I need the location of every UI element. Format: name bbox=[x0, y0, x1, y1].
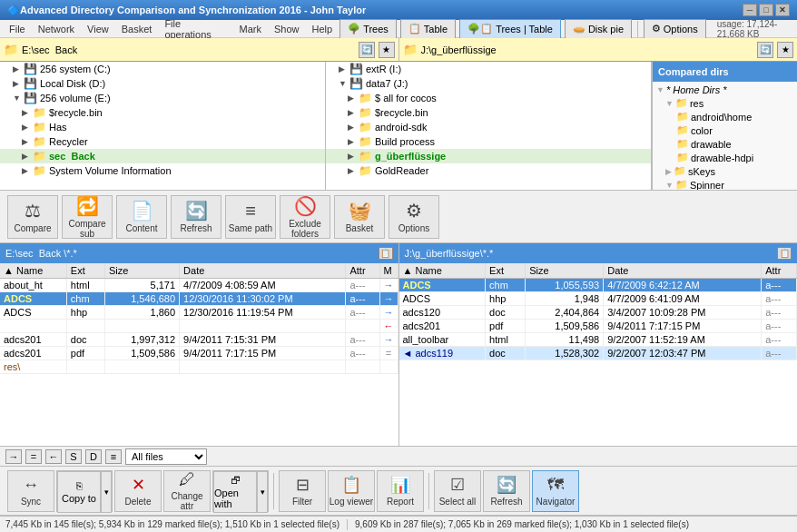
filter-btn-right[interactable]: → bbox=[5, 449, 22, 464]
tree-item-recycle-r[interactable]: ▶ 📁 $recycle.bin bbox=[326, 105, 651, 120]
col-date[interactable]: Date bbox=[180, 263, 346, 279]
filter-btn-equal[interactable]: = bbox=[25, 449, 42, 464]
open-with-arrow[interactable]: ▾ bbox=[257, 471, 268, 513]
arrow-icon[interactable]: ▶ bbox=[22, 152, 33, 161]
col-ext[interactable]: Ext bbox=[486, 263, 526, 279]
btn-navigator[interactable]: 🗺 Navigator bbox=[532, 470, 579, 512]
btn-open-with[interactable]: 🗗 Open with bbox=[213, 471, 257, 513]
tree-item-svi[interactable]: ▶ 📁 System Volume Information bbox=[0, 163, 325, 178]
table-row[interactable]: ADCS chm 1,546,680 12/30/2016 11:30:02 P… bbox=[0, 292, 398, 306]
tree-item-android-sdk[interactable]: ▶ 📁 android-sdk bbox=[326, 120, 651, 134]
cmd-compare[interactable]: ⚖ Compare bbox=[7, 195, 58, 239]
filter-btn-bar[interactable]: ≡ bbox=[105, 449, 122, 464]
col-ext[interactable]: Ext bbox=[66, 263, 104, 279]
arrow-icon[interactable]: ▶ bbox=[13, 64, 24, 74]
menu-network[interactable]: Network bbox=[33, 22, 80, 36]
table-row[interactable]: adcs201 pdf 1,509,586 9/4/2011 7:17:15 P… bbox=[399, 320, 797, 333]
cmd-basket[interactable]: 🧺 Basket bbox=[334, 195, 385, 239]
copy-to-arrow[interactable]: ▾ bbox=[101, 471, 112, 513]
btn-options[interactable]: ⚙ Options bbox=[644, 19, 706, 39]
filter-btn-d[interactable]: D bbox=[85, 449, 102, 464]
arrow-icon[interactable]: ▶ bbox=[348, 108, 359, 117]
btn-table[interactable]: 📋 Table bbox=[400, 19, 456, 39]
btn-refresh-bottom[interactable]: 🔄 Refresh bbox=[483, 470, 530, 512]
col-name[interactable]: ▲ Name bbox=[399, 263, 486, 279]
filter-dropdown[interactable]: All files Newer files Older files Differ… bbox=[125, 448, 207, 465]
tree-item-build[interactable]: ▶ 📁 Build process bbox=[326, 134, 651, 149]
menu-view[interactable]: View bbox=[82, 22, 114, 36]
arrow-icon[interactable]: ▶ bbox=[348, 137, 359, 146]
arrow-icon[interactable]: ▶ bbox=[348, 123, 359, 132]
panel-item-android-home[interactable]: 📁 android\home bbox=[654, 110, 795, 123]
maximize-button[interactable]: □ bbox=[759, 4, 773, 16]
arrow-icon[interactable]: ▶ bbox=[348, 152, 359, 161]
table-row[interactable]: ADCS hhp 1,860 12/30/2016 11:19:54 PM a-… bbox=[0, 306, 398, 320]
panel-item-color[interactable]: 📁 color bbox=[654, 123, 795, 137]
panel-item-skeys[interactable]: ▶ 📁 sKeys bbox=[654, 164, 795, 178]
menu-help[interactable]: Help bbox=[307, 22, 339, 36]
table-row[interactable]: ◄ adcs119 doc 1,528,302 9/2/2007 12:03:4… bbox=[399, 347, 797, 360]
left-path-input[interactable] bbox=[22, 44, 355, 55]
filter-btn-left[interactable]: ← bbox=[45, 449, 62, 464]
btn-change-attr[interactable]: 🖊 Change attr bbox=[163, 470, 211, 512]
tree-item-g-uber[interactable]: ▶ 📁 g_überflüssige bbox=[326, 149, 651, 163]
menu-file[interactable]: File bbox=[4, 22, 31, 36]
btn-trees[interactable]: 🌳 Trees bbox=[339, 19, 397, 39]
panel-item-drawable-hdpi[interactable]: 📁 drawable-hdpi bbox=[654, 151, 795, 164]
arrow-icon[interactable]: ▼ bbox=[13, 94, 24, 103]
right-bookmark-btn[interactable]: ★ bbox=[777, 42, 793, 58]
filter-btn-s[interactable]: S bbox=[65, 449, 82, 464]
tree-item-sec-back[interactable]: ▶ 📁 sec ﻿ Back bbox=[0, 149, 325, 163]
minimize-button[interactable]: ─ bbox=[743, 4, 757, 16]
tree-item-goldreader[interactable]: ▶ 📁 GoldReader bbox=[326, 163, 651, 178]
tree-item-recycler[interactable]: ▶ 📁 Recycler bbox=[0, 134, 325, 149]
panel-item-drawable[interactable]: 📁 drawable bbox=[654, 137, 795, 151]
panel-item-res[interactable]: ▼ 📁 res bbox=[654, 96, 795, 110]
btn-sync[interactable]: ↔ Sync bbox=[7, 470, 54, 512]
tree-item-data7[interactable]: ▼ 💾 data7 (J:) bbox=[326, 76, 651, 91]
arrow-icon[interactable]: ▶ bbox=[22, 166, 33, 175]
tree-item-e[interactable]: ▼ 💾 256 volume (E:) bbox=[0, 91, 325, 105]
col-attr[interactable]: Attr bbox=[762, 263, 797, 279]
arrow-icon[interactable]: ▼ bbox=[339, 79, 349, 88]
arrow-icon[interactable]: ▶ bbox=[22, 108, 33, 117]
menu-basket[interactable]: Basket bbox=[116, 22, 158, 36]
table-row[interactable]: res\ bbox=[0, 360, 398, 374]
btn-report[interactable]: 📊 Report bbox=[377, 470, 424, 512]
panel-item-spinner[interactable]: ▼ 📁 Spinner bbox=[654, 178, 795, 190]
table-row[interactable]: adcs201 pdf 1,509,586 9/4/2011 7:17:15 P… bbox=[0, 347, 398, 360]
left-refresh-btn[interactable]: 🔄 bbox=[359, 42, 375, 58]
col-size[interactable]: Size bbox=[526, 263, 604, 279]
btn-trees-table[interactable]: 🌳📋 Trees | Table bbox=[459, 19, 561, 39]
table-row[interactable]: about_ht html 5,171 4/7/2009 4:08:59 AM … bbox=[0, 279, 398, 292]
arrow-icon[interactable]: ▶ bbox=[348, 94, 359, 103]
left-bookmark-btn[interactable]: ★ bbox=[379, 42, 395, 58]
tree-item-cocos[interactable]: ▶ 📁 $ all for cocos bbox=[326, 91, 651, 105]
cmd-options[interactable]: ⚙ Options bbox=[389, 195, 439, 239]
arrow-icon[interactable]: ▶ bbox=[22, 137, 33, 146]
col-m[interactable]: M bbox=[379, 263, 398, 279]
cmd-refresh[interactable]: 🔄 Refresh bbox=[171, 195, 221, 239]
table-row[interactable]: all_toolbar html 11,498 9/2/2007 11:52:1… bbox=[399, 333, 797, 347]
cmd-compare-sub[interactable]: 🔁 Compare sub bbox=[62, 195, 113, 239]
panel-item-homedirs[interactable]: ▼ * Home Dirs * bbox=[654, 84, 795, 96]
menu-show[interactable]: Show bbox=[269, 22, 305, 36]
table-row[interactable]: adcs201 doc 1,997,312 9/4/2011 7:15:31 P… bbox=[0, 333, 398, 347]
tree-item-recycle[interactable]: ▶ 📁 $recycle.bin bbox=[0, 105, 325, 120]
arrow-icon[interactable]: ▶ bbox=[348, 166, 359, 175]
left-pane-copy-btn[interactable]: 📋 bbox=[379, 247, 393, 260]
tree-item-c[interactable]: ▶ 💾 256 system (C:) bbox=[0, 62, 325, 76]
right-pane-copy-btn[interactable]: 📋 bbox=[777, 247, 792, 260]
table-row[interactable]: ← bbox=[0, 320, 398, 333]
arrow-icon[interactable]: ▶ bbox=[22, 123, 33, 132]
btn-filter[interactable]: ⊟ Filter bbox=[279, 470, 326, 512]
table-row[interactable]: adcs120 doc 2,404,864 3/4/2007 10:09:28 … bbox=[399, 306, 797, 320]
right-refresh-btn[interactable]: 🔄 bbox=[757, 42, 773, 58]
tree-item-extr[interactable]: ▶ 💾 extR (I:) bbox=[326, 62, 651, 76]
col-name[interactable]: ▲ Name bbox=[0, 263, 66, 279]
btn-copy-to[interactable]: ⎘ Copy to bbox=[57, 471, 101, 513]
arrow-icon[interactable]: ▶ bbox=[13, 79, 24, 88]
menu-mark[interactable]: Mark bbox=[234, 22, 267, 36]
tree-item-has[interactable]: ▶ 📁 Has bbox=[0, 120, 325, 134]
col-date[interactable]: Date bbox=[604, 263, 762, 279]
